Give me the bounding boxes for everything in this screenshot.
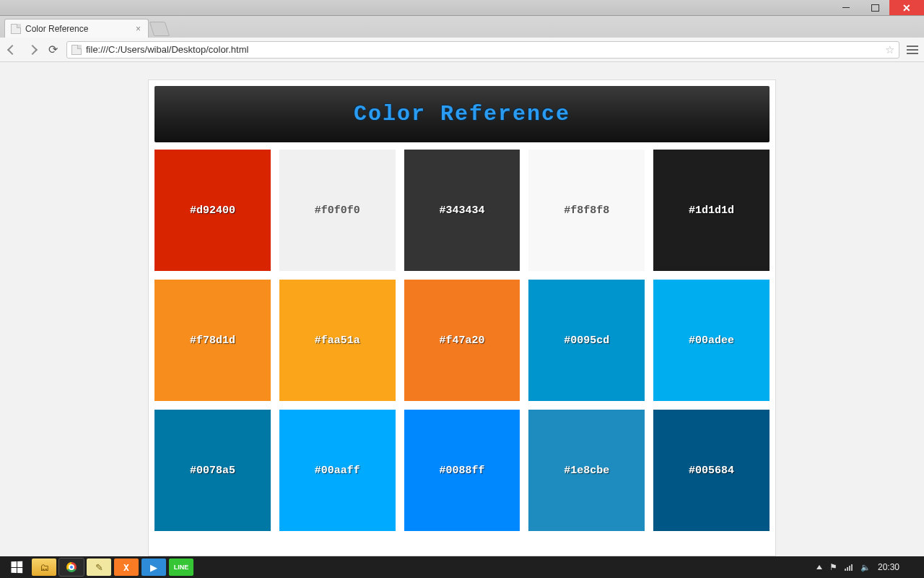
windows-logo-icon [11, 561, 22, 574]
color-swatch: #0095cd [528, 280, 645, 401]
browser-navbar: file:///C:/Users/wibal/Desktop/color.htm… [0, 38, 924, 62]
tray-overflow-icon[interactable] [816, 565, 822, 569]
color-swatch: #f78d1d [154, 280, 271, 401]
taskbar-line[interactable]: LINE [169, 558, 193, 576]
taskbar-file-explorer[interactable]: 🗂 [32, 558, 56, 576]
window-titlebar [0, 0, 924, 16]
start-button[interactable] [4, 558, 29, 576]
color-swatch: #f0f0f0 [279, 150, 396, 271]
window-close-button[interactable] [889, 0, 924, 15]
color-swatch: #00aaff [279, 410, 396, 531]
browser-tabstrip: Color Reference × [0, 16, 924, 38]
color-swatch: #f8f8f8 [528, 150, 645, 271]
volume-icon[interactable] [860, 562, 871, 572]
page-icon [71, 45, 82, 55]
swatch-label: #0088ff [439, 465, 484, 477]
swatch-label: #0095cd [564, 335, 609, 347]
taskbar-chrome[interactable] [59, 558, 84, 576]
browser-viewport: Color Reference #d92400#f0f0f0#343434#f8… [0, 62, 924, 556]
action-center-icon[interactable] [829, 562, 837, 572]
menu-icon[interactable] [907, 46, 918, 54]
browser-tab[interactable]: Color Reference × [4, 19, 149, 38]
forward-icon[interactable] [26, 43, 39, 56]
swatch-label: #1d1d1d [689, 204, 734, 217]
color-swatch: #00adee [653, 280, 770, 401]
taskbar-xampp[interactable]: X [114, 558, 139, 576]
swatch-label: #00aaff [315, 465, 360, 477]
taskbar-media-player[interactable]: ▶ [141, 558, 166, 576]
url-bar[interactable]: file:///C:/Users/wibal/Desktop/color.htm… [66, 41, 899, 59]
color-swatch: #d92400 [154, 150, 271, 271]
reload-icon[interactable] [46, 43, 59, 56]
page-icon [11, 24, 21, 34]
swatch-label: #343434 [439, 204, 484, 217]
color-swatch: #005684 [653, 410, 770, 531]
color-swatch: #1d1d1d [653, 150, 770, 271]
color-swatch: #f47a20 [404, 280, 520, 401]
swatch-label: #f8f8f8 [564, 204, 609, 217]
swatch-label: #f47a20 [439, 335, 484, 347]
window-minimize-button[interactable] [832, 0, 860, 15]
page-header: Color Reference [154, 86, 770, 142]
taskbar-clock[interactable]: 20:30 [878, 562, 899, 572]
page-container: Color Reference #d92400#f0f0f0#343434#f8… [148, 79, 776, 556]
new-tab-button[interactable] [149, 22, 170, 36]
swatch-label: #1e8cbe [564, 465, 609, 477]
swatch-label: #00adee [689, 335, 734, 347]
system-tray: 20:30 [816, 562, 920, 572]
swatch-label: #005684 [689, 465, 734, 477]
swatch-label: #f78d1d [190, 335, 235, 347]
color-swatch: #1e8cbe [528, 410, 645, 531]
window-maximize-button[interactable] [860, 0, 889, 15]
tab-close-icon[interactable]: × [136, 24, 141, 34]
back-icon[interactable] [6, 43, 19, 56]
network-icon[interactable] [845, 564, 853, 571]
bookmark-star-icon[interactable]: ☆ [885, 43, 894, 56]
swatch-label: #faa51a [315, 335, 360, 347]
color-swatch: #0088ff [404, 410, 520, 531]
swatch-label: #f0f0f0 [315, 204, 360, 217]
swatch-label: #d92400 [190, 204, 235, 217]
page-title: Color Reference [354, 102, 570, 126]
chrome-icon [66, 562, 77, 572]
swatch-label: #0078a5 [190, 465, 235, 477]
url-text: file:///C:/Users/wibal/Desktop/color.htm… [86, 44, 248, 55]
tab-title: Color Reference [25, 24, 88, 34]
color-swatch: #343434 [404, 150, 520, 271]
taskbar-notepad[interactable]: ✎ [87, 558, 111, 576]
color-swatch: #0078a5 [154, 410, 271, 531]
color-grid: #d92400#f0f0f0#343434#f8f8f8#1d1d1d#f78d… [154, 150, 770, 531]
color-swatch: #faa51a [279, 280, 396, 401]
taskbar: 🗂 ✎ X ▶ LINE 20:30 [0, 556, 924, 578]
